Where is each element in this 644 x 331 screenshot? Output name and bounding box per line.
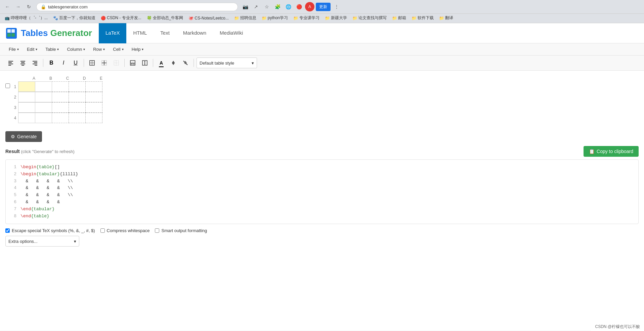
compress-checkbox[interactable] [100, 228, 105, 233]
bookmark-python[interactable]: 📁 python学习 [260, 14, 290, 22]
bookmark-course-label: 专业课学习 [299, 15, 319, 21]
cell-3b[interactable] [35, 103, 52, 113]
cell-2a[interactable] [18, 92, 35, 102]
code-line-2: 2 \begin{tabular}{lllll} [11, 171, 633, 178]
back-button[interactable]: ← [3, 2, 12, 11]
screenshot-btn[interactable]: 📷 [241, 2, 250, 11]
cell-2c[interactable] [52, 92, 69, 102]
menu-column[interactable]: Column ▾ [63, 45, 88, 53]
cell-2d[interactable] [69, 92, 86, 102]
borders-none-button[interactable] [111, 58, 122, 68]
cell-3d[interactable] [69, 103, 86, 113]
compress-option[interactable]: Compress whitespace [100, 228, 150, 233]
cell-1e[interactable] [86, 82, 102, 92]
forward-button[interactable]: → [13, 2, 23, 11]
smart-option[interactable]: Smart output formatting [155, 228, 207, 233]
bookmark-email[interactable]: 📁 邮箱 [390, 14, 408, 22]
table-chevron-icon: ▾ [57, 47, 59, 51]
row-header-1: 1 [12, 81, 18, 92]
align-center-button[interactable] [17, 58, 28, 68]
code-line-5: 5 & & & & \\ [11, 192, 633, 199]
cell-4c[interactable] [52, 113, 69, 123]
share-btn[interactable]: ↗ [251, 2, 261, 11]
ext-btn2[interactable]: 🌐 [284, 2, 293, 11]
bold-button[interactable]: B [46, 58, 57, 68]
svg-rect-7 [8, 64, 13, 64]
bookmark-course[interactable]: 📁 专业课学习 [291, 14, 321, 22]
cell-4e[interactable] [86, 113, 102, 123]
bookmark-paper[interactable]: 📁 论文查找与撰写 [350, 14, 389, 22]
menu-help[interactable]: Help ▾ [128, 45, 147, 53]
cell-4a[interactable] [18, 113, 35, 123]
bookmark-jobs[interactable]: 📁 招聘信息 [232, 14, 258, 22]
generate-button[interactable]: ⚙ Generate [5, 131, 42, 142]
cell-1d[interactable] [69, 82, 86, 92]
cell-4d[interactable] [69, 113, 86, 123]
escape-checkbox[interactable] [5, 228, 10, 233]
grid-row-1 [18, 81, 102, 92]
cell-3a[interactable] [18, 103, 35, 113]
tab-text[interactable]: Text [154, 23, 176, 43]
bookmark-leetcode[interactable]: 🐙 CS-Notes/Leetco... [186, 14, 230, 22]
lock-icon: 🔒 [41, 4, 46, 9]
clear-color-button[interactable] [180, 58, 191, 68]
menu-table[interactable]: Table ▾ [42, 45, 62, 53]
bookmark-niuke[interactable]: 🍀 全部动态_牛客网 [145, 14, 185, 22]
tab-mediawiki[interactable]: MediaWiki [213, 23, 250, 43]
menu-cell[interactable]: Cell ▾ [110, 45, 127, 53]
copy-to-clipboard-button[interactable]: 📋 Copy to clipboard [584, 146, 639, 157]
bg-color-button[interactable] [168, 58, 179, 68]
update-button[interactable]: 更新 [316, 3, 331, 11]
align-right-button[interactable] [30, 58, 40, 68]
cell-2b[interactable] [35, 92, 52, 102]
ext-btn3[interactable]: 🔴 [294, 2, 304, 11]
bookmark-baidu[interactable]: 🐾 百度一下，你就知道 [51, 14, 97, 22]
merge-cells-button[interactable] [127, 58, 138, 68]
tab-markdown[interactable]: Markdown [176, 23, 213, 43]
profile-btn[interactable]: A [305, 2, 314, 11]
menu-row[interactable]: Row ▾ [90, 45, 108, 53]
separator-4 [153, 59, 153, 67]
borders-inner-button[interactable] [99, 58, 110, 68]
cell-3c[interactable] [52, 103, 69, 113]
result-label: Result (click "Generate" to refresh) [5, 149, 75, 154]
bookmark-translate[interactable]: 📁 翻译 [437, 14, 455, 22]
tab-html[interactable]: HTML [126, 23, 154, 43]
extra-options-dropdown[interactable]: Extra options... ▾ [5, 236, 79, 247]
bookmark-csdn[interactable]: 🔴 CSDN - 专业开发... [99, 14, 143, 22]
table-style-dropdown[interactable]: Default table style ▾ [197, 58, 257, 68]
app-container: Tables Generator LaTeX HTML Text Markdow… [0, 23, 644, 331]
cell-1b[interactable] [35, 82, 52, 92]
cell-1c[interactable] [52, 82, 69, 92]
italic-button[interactable]: I [58, 58, 69, 68]
escape-option[interactable]: Escape special TeX symbols (%, &, _, #, … [5, 228, 95, 233]
smart-checkbox[interactable] [155, 228, 159, 233]
reload-button[interactable]: ↻ [24, 2, 34, 11]
menu-edit[interactable]: Edit ▾ [24, 45, 41, 53]
tab-latex[interactable]: LaTeX [99, 23, 127, 43]
bookmark-csdn-label: CSDN - 专业开发... [107, 15, 141, 21]
svg-rect-16 [35, 65, 37, 66]
font-color-button[interactable]: A [156, 58, 167, 68]
bookmark-email-label: 邮箱 [398, 15, 406, 21]
bookmark-software[interactable]: 📁 软件下载 [410, 14, 436, 22]
table-area: A B C D E 1 [0, 71, 644, 128]
borders-all-button[interactable] [87, 58, 97, 68]
address-bar[interactable]: 🔒 tablesgenerator.com [36, 3, 238, 11]
cell-4b[interactable] [35, 113, 52, 123]
underline-button[interactable]: U [70, 58, 81, 68]
cell-3e[interactable] [86, 103, 102, 113]
bookmark-bilibili[interactable]: 📺 哔哩哔哩（゜-゜）... [3, 14, 50, 22]
bookmark-jobs-icon: 📁 [234, 16, 239, 21]
select-all-checkbox[interactable] [5, 83, 10, 88]
menu-file[interactable]: File ▾ [5, 45, 22, 53]
cell-2e[interactable] [86, 92, 102, 102]
bookmark-xinjiang[interactable]: 📁 新疆大学 [323, 14, 349, 22]
url-text: tablesgenerator.com [48, 4, 233, 9]
menu-btn[interactable]: ⋮ [332, 2, 341, 11]
star-btn[interactable]: ☆ [262, 2, 271, 11]
split-cells-button[interactable] [139, 58, 150, 68]
ext-btn1[interactable]: 🧩 [273, 2, 282, 11]
cell-1a[interactable] [18, 82, 35, 92]
align-left-button[interactable] [5, 58, 16, 68]
